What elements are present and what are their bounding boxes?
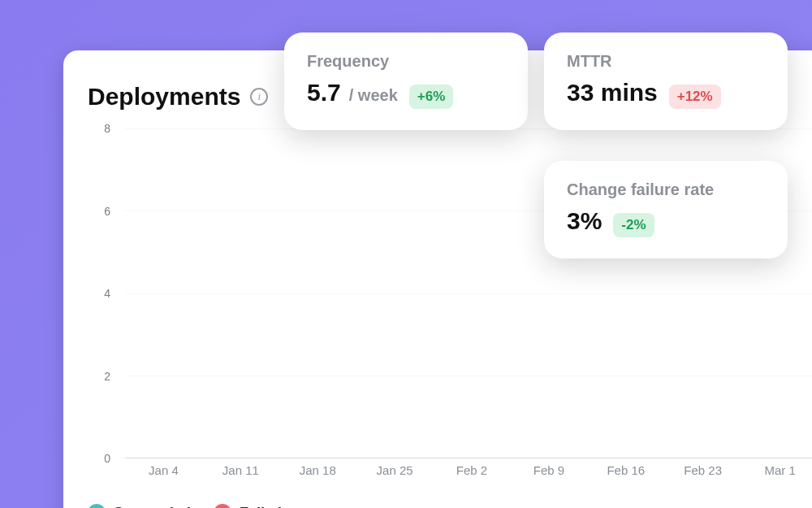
info-icon[interactable]: i [250,88,268,106]
metric-value: 3% [567,207,602,235]
metric-card-frequency[interactable]: Frequency 5.7 / week +6% [284,33,528,130]
x-tick: Jan 11 [202,458,279,481]
metric-value: 5.7 [307,79,341,106]
y-tick: 4 [104,287,110,300]
metric-value: 33 mins [567,79,658,106]
legend-label-succeeded: Succeeded [114,505,191,509]
x-tick: Jan 4 [125,458,202,481]
x-axis: Jan 4Jan 11Jan 18Jan 25Feb 2Feb 9Feb 16F… [125,458,812,481]
chart-legend: Succeeded Failed [88,504,282,508]
metric-delta-badge: +6% [409,85,454,109]
x-tick: Jan 25 [356,458,434,481]
y-tick: 8 [104,122,110,135]
metric-value-row: 33 mins +12% [567,79,765,109]
metric-title: Change failure rate [567,180,765,199]
legend-swatch-failed [214,504,231,508]
y-tick: 6 [104,205,110,218]
x-tick: Mar 1 [741,458,812,481]
x-tick: Feb 23 [664,458,741,481]
app-background: Deployments i 02468 Jan 4Jan 11Jan 18Jan… [0,0,812,508]
x-tick: Feb 9 [510,458,587,481]
metric-title: Frequency [307,52,505,71]
metric-value-row: 3% -2% [567,207,765,237]
legend-label-failed: Failed [240,505,282,509]
metric-card-mttr[interactable]: MTTR 33 mins +12% [544,33,788,130]
metric-unit: / week [349,86,398,105]
metric-delta-badge: -2% [613,213,654,237]
legend-item-failed: Failed [214,504,282,508]
x-tick: Feb 2 [434,458,511,481]
x-tick: Jan 18 [279,458,356,481]
legend-swatch-succeeded [88,504,106,508]
metric-delta-badge: +12% [669,85,721,109]
y-tick: 2 [104,370,110,383]
x-tick: Feb 16 [587,458,664,481]
y-axis: 02468 [88,128,117,458]
metric-value-row: 5.7 / week +6% [307,79,505,109]
legend-item-succeeded: Succeeded [88,504,191,508]
metric-title: MTTR [567,52,765,71]
panel-title: Deployments [88,83,240,111]
metric-card-change-failure-rate[interactable]: Change failure rate 3% -2% [544,161,788,258]
y-tick: 0 [104,452,110,465]
